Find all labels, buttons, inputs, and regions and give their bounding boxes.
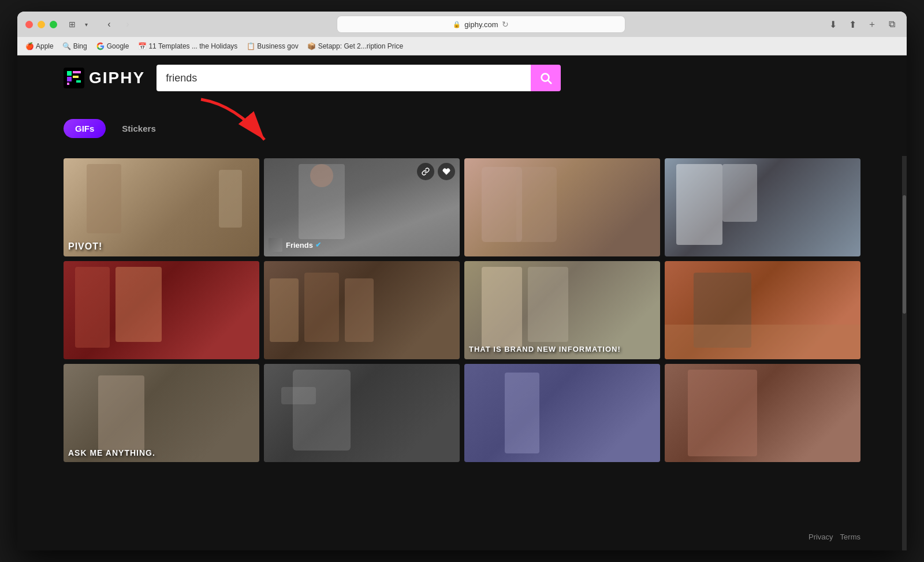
- giphy-logo-text: GIPHY: [89, 69, 145, 87]
- apple-icon: 🍎: [25, 42, 33, 50]
- sidebar-icon: ⊞: [66, 18, 78, 30]
- gif-cell-4[interactable]: [665, 158, 860, 256]
- sidebar-toggle[interactable]: ⊞ ▾: [66, 18, 92, 30]
- window-icon[interactable]: ⧉: [885, 17, 899, 31]
- verified-icon: ✔: [315, 241, 321, 249]
- footer-links: Privacy Terms: [808, 533, 860, 541]
- gif-cell-7[interactable]: THAT IS BRAND NEW INFORMATION!: [464, 261, 660, 359]
- tab-gifs[interactable]: GIFs: [64, 119, 106, 138]
- grid-wrapper: PIVOT!: [17, 156, 907, 550]
- svg-rect-2: [67, 77, 72, 81]
- gif-grid: PIVOT!: [17, 156, 907, 462]
- browser-content: GIPHY GIFs Stickers: [17, 55, 907, 550]
- bing-icon: 🔍: [63, 42, 71, 50]
- search-bar: [157, 65, 561, 91]
- red-arrow: [189, 94, 282, 151]
- bookmark-google[interactable]: Google: [96, 42, 129, 50]
- link-icon: [422, 168, 430, 176]
- bookmark-google-label: Google: [107, 42, 129, 50]
- address-bar-container: 🔒 giphy.com ↻: [140, 16, 821, 33]
- url-text: giphy.com: [464, 20, 498, 29]
- scrollbar-thumb[interactable]: [903, 195, 906, 314]
- setapp-icon: 📦: [308, 42, 316, 50]
- bookmark-11templates-label: 11 Templates ... the Holidays: [148, 42, 237, 50]
- reload-icon[interactable]: ↻: [502, 20, 509, 29]
- gif-cell-1[interactable]: PIVOT!: [64, 158, 259, 256]
- maximize-button[interactable]: [50, 21, 57, 28]
- privacy-link[interactable]: Privacy: [808, 533, 833, 541]
- bookmark-business[interactable]: 📋 Business gov: [247, 42, 298, 50]
- search-button[interactable]: [531, 65, 561, 91]
- forward-button[interactable]: ›: [120, 16, 136, 32]
- giphy-logo[interactable]: GIPHY: [64, 68, 145, 88]
- download-icon[interactable]: ⬇: [826, 17, 840, 31]
- templates-icon: 📅: [138, 42, 146, 50]
- business-icon: 📋: [247, 42, 255, 50]
- svg-line-8: [548, 80, 551, 83]
- back-button[interactable]: ‹: [101, 16, 117, 32]
- gif-cell-11[interactable]: [464, 364, 660, 462]
- title-bar: ⊞ ▾ ‹ › 🔒 giphy.com ↻ ⬇ ⬆ ＋ ⧉: [17, 12, 907, 37]
- google-icon: [96, 42, 105, 50]
- bookmark-11templates[interactable]: 📅 11 Templates ... the Holidays: [138, 42, 237, 50]
- svg-rect-1: [67, 71, 72, 76]
- gif-1-caption: PIVOT!: [68, 241, 102, 252]
- channel-avatar: [269, 238, 282, 252]
- close-button[interactable]: [25, 21, 33, 28]
- svg-rect-4: [73, 71, 81, 73]
- lock-icon: 🔒: [453, 21, 461, 28]
- gif-cell-2[interactable]: Friends ✔: [264, 158, 460, 256]
- bookmark-apple-label: Apple: [36, 42, 54, 50]
- channel-name: Friends ✔: [286, 241, 321, 250]
- bookmark-setapp-label: Setapp: Get 2...ription Price: [318, 42, 403, 50]
- bookmark-bing-label: Bing: [73, 42, 87, 50]
- heart-icon: [442, 168, 450, 176]
- search-input[interactable]: [157, 65, 531, 91]
- giphy-header: GIPHY: [17, 55, 907, 101]
- svg-rect-5: [73, 76, 79, 78]
- svg-rect-6: [76, 80, 81, 83]
- bookmark-bing[interactable]: 🔍 Bing: [63, 42, 87, 50]
- bookmark-setapp[interactable]: 📦 Setapp: Get 2...ription Price: [308, 42, 403, 50]
- gif-cell-3[interactable]: [464, 158, 660, 256]
- giphy-logo-icon: [64, 68, 84, 88]
- browser-window: ⊞ ▾ ‹ › 🔒 giphy.com ↻ ⬇ ⬆ ＋ ⧉ 🍎 Apple: [17, 12, 907, 550]
- gif-cell-9[interactable]: ASK ME ANYTHING.: [64, 364, 259, 462]
- scrollbar[interactable]: [902, 156, 907, 550]
- bookmark-business-label: Business gov: [257, 42, 298, 50]
- giphy-tabs: GIFs Stickers: [17, 101, 907, 156]
- gif-cell-10[interactable]: [264, 364, 460, 462]
- terms-link[interactable]: Terms: [840, 533, 860, 541]
- chevron-down-icon: ▾: [80, 18, 92, 30]
- bookmark-apple[interactable]: 🍎 Apple: [25, 42, 54, 50]
- nav-buttons: ‹ ›: [101, 16, 136, 32]
- heart-icon-button[interactable]: [438, 163, 455, 180]
- minimize-button[interactable]: [38, 21, 45, 28]
- share-icon[interactable]: ⬆: [845, 17, 859, 31]
- address-bar[interactable]: 🔒 giphy.com ↻: [337, 16, 625, 33]
- gif-2-channel: Friends ✔: [269, 238, 321, 252]
- gif-cell-6[interactable]: [264, 261, 460, 359]
- gif-cell-12[interactable]: [665, 364, 860, 462]
- gif-7-caption: THAT IS BRAND NEW INFORMATION!: [469, 345, 621, 355]
- tab-stickers[interactable]: Stickers: [110, 119, 167, 138]
- link-icon-button[interactable]: [417, 163, 434, 180]
- svg-rect-3: [67, 83, 69, 85]
- gif-2-overlay: [417, 163, 455, 180]
- gif-9-caption: ASK ME ANYTHING.: [68, 448, 155, 457]
- gif-cell-8[interactable]: [665, 261, 860, 359]
- gif-cell-5[interactable]: [64, 261, 259, 359]
- bookmarks-bar: 🍎 Apple 🔍 Bing Google 📅 11 Templates ...…: [17, 37, 907, 55]
- search-icon: [539, 72, 552, 84]
- title-bar-actions: ⬇ ⬆ ＋ ⧉: [826, 17, 899, 31]
- new-tab-icon[interactable]: ＋: [865, 17, 879, 31]
